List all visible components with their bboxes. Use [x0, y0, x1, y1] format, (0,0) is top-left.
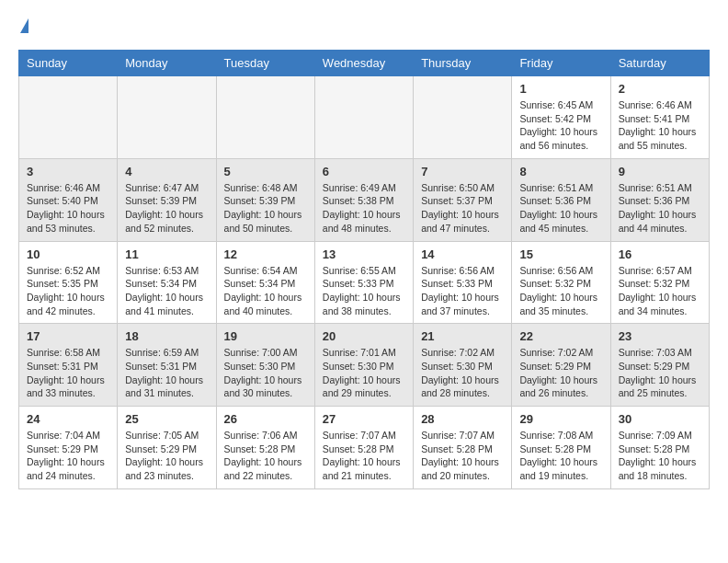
day-number: 24: [27, 412, 109, 426]
day-number: 5: [224, 165, 307, 178]
weekday-header-monday: Monday: [118, 51, 216, 76]
day-number: 10: [27, 247, 109, 261]
weekday-header-tuesday: Tuesday: [216, 51, 314, 76]
calendar-day-cell: 2Sunrise: 6:46 AM Sunset: 5:41 PM Daylig…: [610, 76, 709, 159]
day-number: 27: [323, 412, 405, 426]
day-number: 25: [125, 412, 208, 426]
calendar-day-cell: 19Sunrise: 7:00 AM Sunset: 5:30 PM Dayli…: [216, 324, 314, 407]
day-info: Sunrise: 7:07 AM Sunset: 5:28 PM Dayligh…: [421, 429, 504, 483]
day-info: Sunrise: 7:03 AM Sunset: 5:29 PM Dayligh…: [619, 346, 701, 400]
day-number: 2: [619, 82, 701, 96]
day-info: Sunrise: 7:06 AM Sunset: 5:28 PM Dayligh…: [224, 429, 307, 483]
day-info: Sunrise: 6:58 AM Sunset: 5:31 PM Dayligh…: [27, 346, 109, 400]
day-info: Sunrise: 6:47 AM Sunset: 5:39 PM Dayligh…: [125, 181, 208, 236]
day-number: 28: [421, 412, 504, 426]
calendar-day-cell: 14Sunrise: 6:56 AM Sunset: 5:33 PM Dayli…: [414, 241, 512, 324]
day-info: Sunrise: 6:45 AM Sunset: 5:42 PM Dayligh…: [519, 98, 602, 153]
calendar-day-cell: 15Sunrise: 6:56 AM Sunset: 5:32 PM Dayli…: [512, 241, 610, 324]
day-info: Sunrise: 7:09 AM Sunset: 5:28 PM Dayligh…: [619, 429, 701, 483]
day-info: Sunrise: 6:59 AM Sunset: 5:31 PM Dayligh…: [125, 346, 208, 400]
calendar-week-row: 1Sunrise: 6:45 AM Sunset: 5:42 PM Daylig…: [19, 76, 710, 159]
weekday-header-saturday: Saturday: [610, 51, 709, 76]
weekday-header-friday: Friday: [512, 51, 610, 76]
day-number: 20: [323, 329, 405, 343]
day-number: 19: [224, 329, 307, 343]
day-number: 3: [27, 165, 109, 178]
day-number: 16: [619, 247, 701, 261]
day-number: 22: [519, 329, 602, 343]
calendar-day-cell: 23Sunrise: 7:03 AM Sunset: 5:29 PM Dayli…: [610, 324, 709, 407]
calendar-day-cell: [19, 76, 118, 159]
calendar-day-cell: 21Sunrise: 7:02 AM Sunset: 5:30 PM Dayli…: [414, 324, 512, 407]
day-info: Sunrise: 6:48 AM Sunset: 5:39 PM Dayligh…: [224, 181, 307, 236]
calendar-week-row: 3Sunrise: 6:46 AM Sunset: 5:40 PM Daylig…: [19, 158, 710, 241]
day-info: Sunrise: 6:55 AM Sunset: 5:33 PM Dayligh…: [323, 264, 405, 318]
day-number: 8: [519, 165, 602, 178]
day-info: Sunrise: 7:00 AM Sunset: 5:30 PM Dayligh…: [224, 346, 307, 400]
day-number: 17: [27, 329, 109, 343]
day-number: 11: [125, 247, 208, 261]
calendar-table: SundayMondayTuesdayWednesdayThursdayFrid…: [18, 50, 710, 489]
calendar-day-cell: [414, 76, 512, 159]
day-info: Sunrise: 7:05 AM Sunset: 5:29 PM Dayligh…: [125, 429, 208, 483]
day-number: 1: [519, 82, 602, 96]
day-info: Sunrise: 7:02 AM Sunset: 5:30 PM Dayligh…: [421, 346, 504, 400]
calendar-day-cell: 29Sunrise: 7:08 AM Sunset: 5:28 PM Dayli…: [512, 407, 610, 489]
calendar-day-cell: 13Sunrise: 6:55 AM Sunset: 5:33 PM Dayli…: [314, 241, 413, 324]
day-number: 30: [619, 412, 701, 426]
calendar-day-cell: 26Sunrise: 7:06 AM Sunset: 5:28 PM Dayli…: [216, 407, 314, 489]
calendar-day-cell: 9Sunrise: 6:51 AM Sunset: 5:36 PM Daylig…: [610, 158, 709, 241]
calendar-week-row: 10Sunrise: 6:52 AM Sunset: 5:35 PM Dayli…: [19, 241, 710, 324]
weekday-header-sunday: Sunday: [19, 51, 118, 76]
day-info: Sunrise: 6:56 AM Sunset: 5:32 PM Dayligh…: [519, 264, 602, 318]
day-number: 29: [519, 412, 602, 426]
page-header: [18, 18, 710, 35]
calendar-day-cell: 3Sunrise: 6:46 AM Sunset: 5:40 PM Daylig…: [19, 158, 118, 241]
calendar-day-cell: 6Sunrise: 6:49 AM Sunset: 5:38 PM Daylig…: [314, 158, 413, 241]
calendar-day-cell: 28Sunrise: 7:07 AM Sunset: 5:28 PM Dayli…: [414, 407, 512, 489]
day-info: Sunrise: 6:51 AM Sunset: 5:36 PM Dayligh…: [519, 181, 602, 236]
day-info: Sunrise: 6:50 AM Sunset: 5:37 PM Dayligh…: [421, 181, 504, 236]
day-info: Sunrise: 6:54 AM Sunset: 5:34 PM Dayligh…: [224, 264, 307, 318]
day-info: Sunrise: 7:04 AM Sunset: 5:29 PM Dayligh…: [27, 429, 109, 483]
day-info: Sunrise: 7:07 AM Sunset: 5:28 PM Dayligh…: [323, 429, 405, 483]
calendar-day-cell: 24Sunrise: 7:04 AM Sunset: 5:29 PM Dayli…: [19, 407, 118, 489]
calendar-day-cell: 12Sunrise: 6:54 AM Sunset: 5:34 PM Dayli…: [216, 241, 314, 324]
calendar-day-cell: 22Sunrise: 7:02 AM Sunset: 5:29 PM Dayli…: [512, 324, 610, 407]
weekday-header-thursday: Thursday: [414, 51, 512, 76]
calendar-day-cell: 18Sunrise: 6:59 AM Sunset: 5:31 PM Dayli…: [118, 324, 216, 407]
day-number: 23: [619, 329, 701, 343]
day-info: Sunrise: 7:08 AM Sunset: 5:28 PM Dayligh…: [519, 429, 602, 483]
day-number: 6: [323, 165, 405, 178]
day-number: 9: [619, 165, 701, 178]
calendar-day-cell: 7Sunrise: 6:50 AM Sunset: 5:37 PM Daylig…: [414, 158, 512, 241]
day-number: 13: [323, 247, 405, 261]
day-info: Sunrise: 6:52 AM Sunset: 5:35 PM Dayligh…: [27, 264, 109, 318]
calendar-week-row: 17Sunrise: 6:58 AM Sunset: 5:31 PM Dayli…: [19, 324, 710, 407]
logo: [18, 18, 28, 35]
calendar-day-cell: [216, 76, 314, 159]
calendar-day-cell: 1Sunrise: 6:45 AM Sunset: 5:42 PM Daylig…: [512, 76, 610, 159]
calendar-week-row: 24Sunrise: 7:04 AM Sunset: 5:29 PM Dayli…: [19, 407, 710, 489]
day-info: Sunrise: 6:46 AM Sunset: 5:40 PM Dayligh…: [27, 181, 109, 236]
day-info: Sunrise: 6:49 AM Sunset: 5:38 PM Dayligh…: [323, 181, 405, 236]
day-number: 12: [224, 247, 307, 261]
calendar-day-cell: 8Sunrise: 6:51 AM Sunset: 5:36 PM Daylig…: [512, 158, 610, 241]
day-number: 21: [421, 329, 504, 343]
day-number: 15: [519, 247, 602, 261]
calendar-day-cell: 17Sunrise: 6:58 AM Sunset: 5:31 PM Dayli…: [19, 324, 118, 407]
day-info: Sunrise: 6:53 AM Sunset: 5:34 PM Dayligh…: [125, 264, 208, 318]
calendar-day-cell: [314, 76, 413, 159]
calendar-day-cell: [118, 76, 216, 159]
calendar-day-cell: 25Sunrise: 7:05 AM Sunset: 5:29 PM Dayli…: [118, 407, 216, 489]
calendar-day-cell: 4Sunrise: 6:47 AM Sunset: 5:39 PM Daylig…: [118, 158, 216, 241]
day-info: Sunrise: 7:02 AM Sunset: 5:29 PM Dayligh…: [519, 346, 602, 400]
day-info: Sunrise: 6:51 AM Sunset: 5:36 PM Dayligh…: [619, 181, 701, 236]
calendar-day-cell: 11Sunrise: 6:53 AM Sunset: 5:34 PM Dayli…: [118, 241, 216, 324]
day-number: 26: [224, 412, 307, 426]
calendar-day-cell: 20Sunrise: 7:01 AM Sunset: 5:30 PM Dayli…: [314, 324, 413, 407]
day-info: Sunrise: 6:46 AM Sunset: 5:41 PM Dayligh…: [619, 98, 701, 153]
day-number: 4: [125, 165, 208, 178]
day-info: Sunrise: 7:01 AM Sunset: 5:30 PM Dayligh…: [323, 346, 405, 400]
calendar-day-cell: 5Sunrise: 6:48 AM Sunset: 5:39 PM Daylig…: [216, 158, 314, 241]
